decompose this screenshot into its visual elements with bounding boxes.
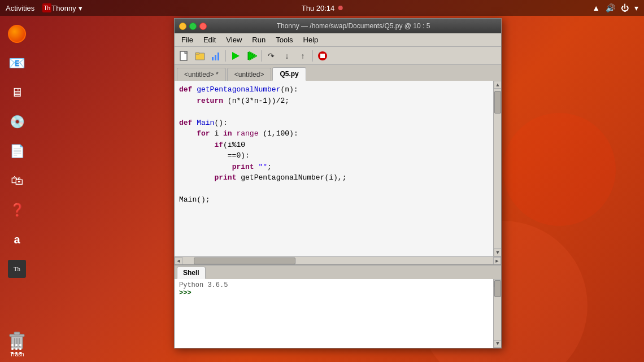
appname-dropdown-icon: ▾	[79, 4, 82, 12]
svg-point-8	[19, 344, 21, 346]
shell-panel: Shell Python 3.6.5 >>> ▲ ▼	[175, 264, 501, 348]
toolbar-sep-3	[312, 50, 313, 62]
menu-view[interactable]: View	[221, 34, 246, 45]
settings-icon[interactable]: ▾	[634, 3, 638, 12]
menubar: File Edit View Run Tools Help	[175, 33, 501, 47]
svg-rect-25	[320, 54, 325, 58]
svg-rect-2	[14, 332, 20, 335]
svg-point-7	[15, 344, 18, 346]
window-maximize-button[interactable]	[189, 23, 197, 30]
shell-content[interactable]: Python 3.6.5 >>> ▲ ▼	[175, 279, 501, 348]
hscroll-right-arrow[interactable]: ►	[493, 257, 501, 265]
toolbar-step-into-button[interactable]: ↓	[280, 49, 294, 63]
editor-content[interactable]: def getPentagonalNumber(n): return (n*(3…	[175, 81, 501, 256]
python-version: Python 3.6.5	[179, 281, 497, 289]
app-grid-button[interactable]	[10, 343, 23, 357]
appstore-icon: 🛍	[8, 172, 26, 190]
amazon-icon: a	[8, 230, 26, 248]
menu-help[interactable]: Help	[299, 34, 323, 45]
window-titlebar: Thonny — /home/swap/Documents/Q5.py @ 10…	[175, 19, 501, 33]
hscroll-thumb[interactable]	[194, 258, 295, 264]
shell-tabs: Shell	[175, 265, 501, 279]
window-close-button[interactable]	[199, 23, 207, 30]
topbar-system-icons: ▲ 🔊 ⏻ ▾	[592, 3, 638, 12]
window-minimize-button[interactable]	[179, 23, 186, 30]
sidebar-item-music[interactable]: 💿	[3, 108, 31, 136]
sidebar-item-document[interactable]: 📄	[3, 138, 31, 165]
editor-hscrollbar[interactable]: ◄ ►	[175, 256, 501, 264]
toolbar-sep-1	[225, 50, 226, 62]
menu-file[interactable]: File	[177, 34, 198, 45]
sound-icon[interactable]: 🔊	[606, 3, 615, 12]
hscroll-left-arrow[interactable]: ◄	[175, 257, 182, 265]
svg-point-14	[19, 352, 21, 354]
shell-vscroll-thumb[interactable]	[494, 280, 501, 297]
svg-point-9	[11, 348, 14, 350]
tabs-bar: <untitled> * <untitled> Q5.py	[175, 65, 501, 81]
svg-point-11	[19, 348, 21, 350]
vscroll-up-arrow[interactable]: ▲	[494, 81, 501, 89]
clock-text: Thu 20:14	[302, 4, 335, 12]
thonny-window: Thonny — /home/swap/Documents/Q5.py @ 10…	[174, 18, 502, 348]
sidebar-item-amazon[interactable]: a	[3, 226, 31, 253]
topbar-clock: Thu 20:14	[302, 4, 343, 12]
toolbar-open-button[interactable]	[193, 49, 207, 63]
svg-rect-20	[217, 53, 219, 60]
menu-run[interactable]: Run	[247, 34, 270, 45]
svg-rect-18	[212, 57, 214, 60]
appname-menu[interactable]: Thonny ▾	[51, 4, 82, 12]
topbar: Activities Th Thonny ▾ Thu 20:14 ▲ 🔊 ⏻ ▾	[0, 0, 644, 16]
toolbar-step-out-button[interactable]: ↑	[295, 49, 310, 63]
toolbar-run-button[interactable]	[228, 49, 243, 63]
new-file-icon	[179, 50, 190, 62]
sidebar: 📧 🖥 💿 📄 🛍 ❓ a Th Trash	[0, 16, 34, 362]
debug-icon	[246, 50, 257, 62]
toolbar-stop-button[interactable]	[315, 49, 330, 63]
sidebar-item-appstore[interactable]: 🛍	[3, 167, 31, 194]
activities-button[interactable]: Activities	[6, 4, 34, 12]
thonny-th-icon: Th	[42, 3, 51, 12]
sidebar-item-thonny[interactable]: Th	[3, 255, 31, 282]
svg-point-6	[11, 344, 14, 346]
svg-point-12	[11, 352, 14, 354]
toolbar-debug-button[interactable]	[244, 49, 259, 63]
toolbar-new-button[interactable]	[177, 49, 192, 63]
menu-tools[interactable]: Tools	[271, 34, 297, 45]
power-icon[interactable]: ⏻	[621, 3, 629, 12]
menu-edit[interactable]: Edit	[199, 34, 220, 45]
thunderbird-icon: 📧	[8, 54, 26, 72]
svg-point-10	[15, 348, 18, 350]
thonny-sidebar-icon: Th	[8, 260, 26, 278]
shell-tab[interactable]: Shell	[177, 267, 206, 279]
editor-area: def getPentagonalNumber(n): return (n*(3…	[175, 81, 501, 264]
music-icon: 💿	[8, 113, 26, 131]
svg-marker-21	[232, 52, 240, 60]
svg-rect-19	[215, 55, 216, 60]
stats-icon	[210, 50, 221, 62]
sidebar-item-thunderbird[interactable]: 📧	[3, 50, 31, 77]
sidebar-item-files[interactable]: 🖥	[3, 79, 31, 106]
grid-icon	[10, 343, 23, 355]
recording-dot	[338, 6, 342, 10]
toolbar-step-over-button[interactable]: ↷	[264, 49, 279, 63]
sidebar-item-firefox[interactable]	[3, 20, 31, 47]
wifi-icon[interactable]: ▲	[592, 3, 600, 12]
editor-scroll[interactable]: def getPentagonalNumber(n): return (n*(3…	[175, 81, 501, 256]
firefox-icon	[8, 25, 26, 43]
tab-q5py[interactable]: Q5.py	[272, 67, 306, 81]
tab-untitled-1[interactable]: <untitled> *	[177, 68, 226, 81]
toolbar: ↷ ↓ ↑	[175, 47, 501, 65]
shell-vscroll-down-arrow[interactable]: ▼	[494, 340, 501, 348]
vscroll-down-arrow[interactable]: ▼	[494, 248, 501, 256]
help-icon: ❓	[8, 201, 26, 219]
window-title: Thonny — /home/swap/Documents/Q5.py @ 10…	[210, 22, 497, 30]
shell-vscrollbar[interactable]: ▲ ▼	[493, 279, 501, 348]
toolbar-sep-2	[261, 50, 262, 62]
stop-icon	[317, 50, 328, 62]
svg-rect-17	[195, 53, 199, 54]
tab-untitled-2[interactable]: <untitled>	[227, 68, 272, 81]
sidebar-item-help[interactable]: ❓	[3, 197, 31, 224]
vscroll-thumb[interactable]	[494, 91, 501, 114]
editor-vscrollbar[interactable]: ▲ ▼	[493, 81, 501, 256]
toolbar-stats-button[interactable]	[208, 49, 223, 63]
